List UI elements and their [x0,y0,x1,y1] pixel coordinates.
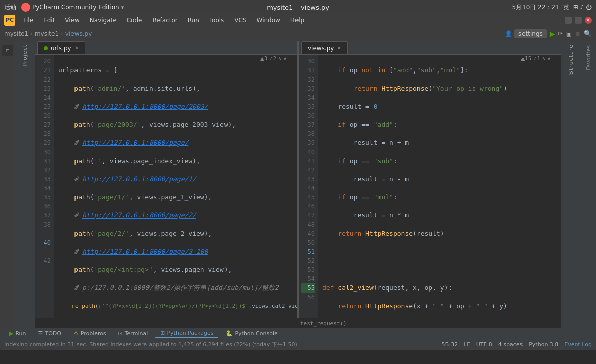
menu-file[interactable]: File [19,16,37,25]
run-button[interactable]: ▶ [550,30,555,38]
tab-urls-py[interactable]: urls.py ✕ [37,41,85,54]
status-bar-right: 55:32 LF UTF-8 4 spaces Python 3.8 Event… [441,341,592,348]
right-code-pane: ▲15 ✓1 ∧ ∨ 3031323334 3536373839 4041424… [299,55,561,318]
app-name[interactable]: PyCharm Community Edition [32,4,119,11]
right-code-editor[interactable]: 3031323334 3536373839 4041424344 4546474… [299,55,561,318]
code-line: result = 0 [322,102,557,111]
code-line: path('page/<int:pg>', views.pagen_view), [58,265,293,274]
activity-label: 活动 [4,3,16,12]
bottom-tab-python-packages[interactable]: ⊞ Python Packages [155,329,218,338]
status-bar: Indexing completed in 31 sec. Shared ind… [0,339,596,350]
ide-window: PC File Edit View Navigate Code Refactor… [0,14,596,364]
vcs-button[interactable]: ⟳ [558,30,563,37]
menu-run[interactable]: Run [184,16,203,25]
menu-help[interactable]: Help [286,16,308,25]
bottom-tab-packages-label: Python Packages [167,330,213,336]
bottom-tab-problems-label: Problems [81,330,106,337]
breadcrumb-mysite1-2[interactable]: mysite1 [35,30,59,37]
terminal-icon[interactable]: ⊡ [2,45,13,56]
menu-edit[interactable]: Edit [39,16,59,25]
code-line: def cal2_view(request, x, op, y): [322,283,557,293]
lang-indicator: 英 [563,3,569,12]
toolbar: mysite1 › mysite1 › views.py 👤 settings … [0,26,596,41]
terminal-tab-icon: ⊡ [118,330,123,337]
code-line: return HttpResponse(x + " " + op + " " +… [322,302,557,311]
code-line: path('page/2/', views.page_2_view), [58,229,293,238]
code-line: if op == "add": [322,120,557,129]
settings-button[interactable]: settings [514,29,547,38]
python-version[interactable]: Python 3.8 [529,341,558,348]
menu-window[interactable]: Window [253,16,284,25]
menu-vcs[interactable]: VCS [230,16,250,25]
left-code-editor[interactable]: 2021222324 2526272829 3031323334 3536373… [35,55,297,318]
bottom-tab-problems[interactable]: ⚠ Problems [68,329,111,338]
code-line: # http://127.0.0.1:8000/page/ [58,138,293,148]
packages-icon: ⊞ [160,330,165,336]
tab-urls-py-close[interactable]: ✕ [74,45,79,51]
code-line: path('admin/', admin.site.urls), [58,84,293,93]
main-area: ⊡ Project urls.py ✕ [0,41,596,328]
cursor-position[interactable]: 55:32 [441,341,458,348]
toolbar-right: 👤 settings ▶ ⟳ ▣ ⏹ 🔍 [505,29,592,38]
left-code-content[interactable]: urlpatterns = [ path('admin/', admin.sit… [54,55,297,318]
menu-view[interactable]: View [61,16,83,25]
sys-icons: ⊞ ♪ ⏻ [573,4,592,11]
bottom-tab-python-console[interactable]: 🐍 Python Console [220,329,282,338]
app-icon: PC [4,15,15,26]
tab-views-py[interactable]: views.py ✕ [301,41,348,54]
search-button[interactable]: 🔍 [584,30,592,37]
bottom-tab-terminal[interactable]: ⊡ Terminal [113,329,154,338]
code-line: path('', views.page_index_view), [58,157,293,166]
time-display: 5月10日 22：21 [512,3,559,12]
right-pane-footer: test_request() [300,320,347,327]
code-line: # http://127.0.0.1:8000/page/2/ [58,211,293,220]
project-panel[interactable]: Project [15,41,35,328]
window-title: mysite1 – views.py [267,4,329,11]
right-line-numbers: 3031323334 3536373839 4041424344 4546474… [299,55,318,318]
code-line: result = n * m [322,211,557,220]
left-line-numbers: 2021222324 2526272829 3031323334 3536373… [35,55,54,318]
app-dropdown[interactable]: ▾ [121,4,124,11]
code-line: return HttpResponse(result) [322,229,557,238]
console-icon: 🐍 [226,330,233,337]
line-endings[interactable]: LF [464,341,470,348]
menu-tools[interactable]: Tools [205,16,229,25]
right-code-content[interactable]: if op not in ["add","sub","mul"]: return… [318,55,561,318]
indentation[interactable]: 4 spaces [498,341,523,348]
code-line: if op not in ["add","sub","mul"]: [322,66,557,75]
code-line: # http://127.0.0.1:8000/page/2003/ [58,102,293,111]
code-line: result = n + m [322,138,557,148]
tab-views-py-close[interactable]: ✕ [337,45,341,51]
code-line [322,265,557,274]
menu-code[interactable]: Code [123,16,146,25]
system-bar-left: 活动 PyCharm Community Edition ▾ [4,3,124,12]
system-bar: 活动 PyCharm Community Edition ▾ mysite1 –… [0,0,596,14]
structure-panel[interactable]: Structure [561,41,581,328]
system-bar-right: 5月10日 22：21 英 ⊞ ♪ ⏻ [512,3,592,12]
menu-refactor[interactable]: Refactor [148,16,181,25]
favorites-panel[interactable]: Favorites [581,41,596,328]
indexing-message: Indexing completed in 31 sec. Shared ind… [4,341,297,348]
breadcrumb-views-py[interactable]: views.py [65,30,92,37]
system-bar-center: mysite1 – views.py [267,4,329,11]
code-line: # p:/127.0.0.1:8000/整数2/操作字符串[add/sub/mu… [58,283,293,293]
code-line: # http://127.0.0.1:8000/page/1/ [58,175,293,184]
todo-icon: ☰ [38,330,43,337]
editor-area: urls.py ✕ views.py ✕ ▲3 ✓2 ∧ ∨ [35,41,561,328]
left-code-pane: ▲3 ✓2 ∧ ∨ 2021222324 2526272829 30313233… [35,55,297,318]
bottom-tab-run[interactable]: ▶ Run [4,329,31,338]
run-icon: ▶ [9,330,13,337]
menu-navigate[interactable]: Navigate [86,16,121,25]
encoding[interactable]: UTF-8 [476,341,492,348]
structure-label: Structure [568,44,574,75]
bookmark-button[interactable]: ▣ [566,30,572,37]
code-line: urlpatterns = [ [58,66,293,75]
code-line: result = n - m [322,175,557,184]
code-line: re_path(r'^(?P<x>\d{1,2})(?P<op>\w+)/(?P… [58,302,293,311]
bottom-tab-todo[interactable]: ☰ TODO [33,329,66,338]
stop-button[interactable]: ⏹ [575,30,581,37]
breadcrumb-mysite1-1[interactable]: mysite1 [4,30,28,37]
bottom-tab-terminal-label: Terminal [125,330,148,337]
event-log[interactable]: Event Log [564,341,592,348]
code-line: path('page/1/', views.page_1_view), [58,193,293,202]
